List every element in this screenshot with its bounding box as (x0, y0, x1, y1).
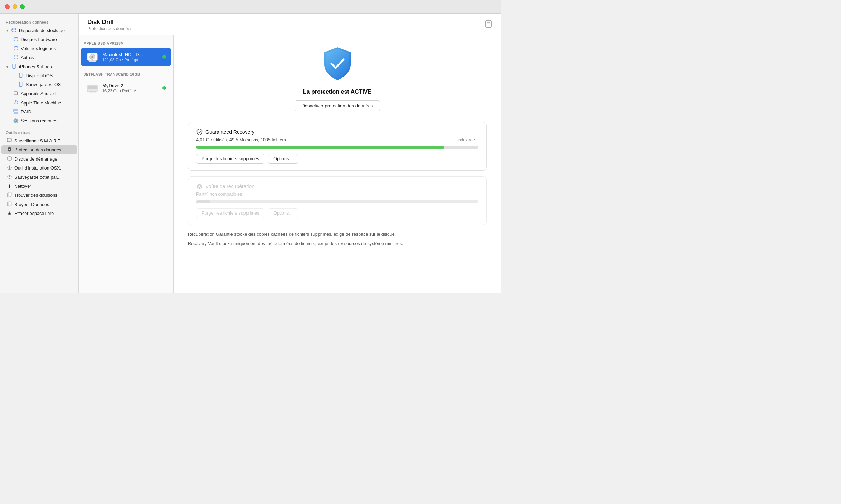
sidebar-item-smart[interactable]: Surveillance S.M.A.R.T. (1, 137, 77, 145)
maximize-button[interactable] (20, 4, 25, 9)
sidebar-item-dispositif-ios[interactable]: Dispositif iOS (1, 72, 77, 80)
svg-rect-12 (14, 111, 18, 112)
sidebar-label-raid: RAID (21, 109, 31, 114)
sidebar-item-time-machine[interactable]: Apple Time Machine (1, 98, 77, 107)
recovery-vault-card: Voûte de récupération Partitº non compat… (188, 176, 487, 225)
card2-progress-bg (196, 200, 478, 203)
sidebar-item-iphones-ipads[interactable]: ▾ iPhones & iPads (1, 62, 77, 71)
sidebar-item-disques-hardware[interactable]: Disques hardware (1, 35, 77, 44)
sidebar-section-tools: Outils extras (0, 128, 78, 136)
sidebar-item-disque-demarrage[interactable]: Disque de démarrage (1, 155, 77, 163)
minimize-button[interactable] (13, 4, 17, 9)
guaranteed-recovery-card: Guaranteed Recovery 4,01 Go utilisés, 49… (188, 122, 487, 171)
disk-item-mydrive2[interactable]: MyDrive 2 16,23 Go • Protégé (81, 79, 171, 97)
sidebar-item-broyeur[interactable]: Broyeur Données (1, 200, 77, 209)
deactivate-button[interactable]: Désactiver protection des données (295, 100, 380, 111)
duplicates-icon (6, 192, 12, 198)
startup-disk-icon (6, 156, 12, 162)
traffic-lights (5, 4, 25, 9)
chevron-iphones-icon: ▾ (6, 65, 8, 69)
vault-icon (196, 183, 203, 190)
titlebar (0, 0, 501, 14)
svg-rect-5 (14, 68, 15, 68)
info-text-2: Recovery Vault stocke uniquement des mét… (188, 240, 487, 247)
sidebar-label-disque-demarrage: Disque de démarrage (14, 157, 57, 162)
macintosh-hd-status (162, 55, 166, 59)
sidebar-item-raid[interactable]: RAID (1, 108, 77, 116)
right-body: APPLE SSD AP0128M Macintosh HD - D... (79, 35, 501, 293)
sidebar-item-outil-installation[interactable]: Outil d'installation OSX... (1, 164, 77, 172)
card2-title: Voûte de récupération (205, 184, 254, 189)
shield-check-icon (196, 129, 203, 135)
book-icon[interactable] (485, 20, 492, 30)
card1-progress-fill (196, 146, 444, 149)
sidebar-item-sessions[interactable]: ⚙️ Sessions récentes (1, 117, 77, 125)
sidebar-item-protection[interactable]: Protection des données (1, 145, 77, 154)
hardware-disk-icon (13, 37, 19, 43)
svg-rect-8 (19, 82, 22, 86)
sessions-icon: ⚙️ (13, 118, 19, 123)
sidebar-label-nettoyer: Nettoyer (14, 184, 31, 189)
sidebar-item-storage-devices[interactable]: ▾ Dispositifs de stockage (1, 26, 77, 35)
svg-point-1 (14, 37, 18, 39)
sidebar-label-sauvegarde: Sauvegarde octet par... (14, 175, 60, 180)
sidebar-item-sauvegardes-ios[interactable]: Sauvegardes iOS (1, 80, 77, 89)
mydrive2-icon (86, 82, 99, 94)
sidebar-item-effacer[interactable]: ✳ Effacer espace libre (1, 209, 77, 217)
time-machine-icon (13, 100, 19, 106)
sidebar-label-sessions: Sessions récentes (21, 118, 57, 123)
sidebar-item-autres[interactable]: Autres (1, 53, 77, 62)
mydrive2-info: MyDrive 2 16,23 Go • Protégé (102, 83, 159, 93)
card2-options-button: Options... (268, 208, 298, 218)
svg-rect-13 (14, 113, 18, 113)
svg-point-0 (12, 28, 16, 30)
sidebar-label-sauvegardes-ios: Sauvegardes iOS (26, 82, 61, 87)
sidebar-label-time-machine: Apple Time Machine (21, 101, 61, 106)
storage-icon (11, 28, 17, 34)
sidebar-section-recovery: Récupération données (0, 18, 78, 26)
disk-item-macintosh-hd[interactable]: Macintosh HD - D... 121,02 Go • Protégé (81, 48, 171, 66)
card2-actions: Purger les fichiers supprimés Options... (196, 208, 478, 218)
iphone-icon (11, 64, 17, 70)
svg-point-38 (198, 185, 201, 188)
protection-content: La protection est ACTIVE Désactiver prot… (174, 35, 501, 293)
erase-free-icon: ✳ (6, 211, 12, 216)
card1-action-label: indexage... (457, 137, 478, 142)
disk-list-panel: APPLE SSD AP0128M Macintosh HD - D... (79, 35, 174, 293)
svg-rect-11 (14, 109, 18, 111)
macintosh-hd-icon (86, 50, 99, 63)
smart-icon (6, 138, 12, 143)
card2-progress-fill (196, 200, 210, 203)
svg-rect-14 (7, 138, 11, 142)
svg-rect-36 (89, 91, 96, 92)
sidebar-item-doublons[interactable]: Trouver des doublons (1, 191, 77, 200)
protection-status-text: La protection est ACTIVE (303, 89, 371, 95)
card1-purge-button[interactable]: Purger les fichiers supprimés (196, 154, 264, 164)
android-icon (13, 91, 19, 97)
logical-volume-icon (13, 46, 19, 52)
sidebar-label-iphones: iPhones & iPads (19, 64, 52, 69)
sidebar-label-disques-hardware: Disques hardware (21, 37, 57, 42)
svg-rect-32 (89, 60, 96, 62)
macintosh-hd-info: Macintosh HD - D... 121,02 Go • Protégé (102, 52, 159, 62)
shield-container (321, 46, 354, 83)
mydrive2-status (162, 86, 166, 90)
card1-header: Guaranteed Recovery (196, 129, 478, 135)
close-button[interactable] (5, 4, 10, 9)
sidebar-label-protection: Protection des données (14, 147, 61, 152)
sidebar-item-nettoyer[interactable]: ✛ Nettoyer (1, 182, 77, 190)
ios-backup-icon (18, 82, 24, 88)
sidebar-item-volumes-logiques[interactable]: Volumes logiques (1, 44, 77, 53)
svg-rect-34 (88, 85, 97, 87)
chevron-storage-icon: ▾ (6, 29, 8, 33)
sidebar-item-sauvegarde[interactable]: Sauvegarde octet par... (1, 173, 77, 182)
svg-point-3 (14, 55, 18, 57)
sidebar-label-android: Appareils Android (21, 91, 56, 96)
sidebar: Récupération données ▾ Dispositifs de st… (0, 14, 79, 293)
card2-header: Voûte de récupération (196, 183, 478, 190)
right-section: Disk Drill Protection des données APPLE … (79, 14, 501, 293)
sidebar-label-broyeur: Broyeur Données (14, 202, 49, 207)
sidebar-item-android[interactable]: Appareils Android (1, 89, 77, 98)
card1-options-button[interactable]: Options... (268, 154, 298, 164)
sidebar-label-autres: Autres (21, 55, 34, 60)
